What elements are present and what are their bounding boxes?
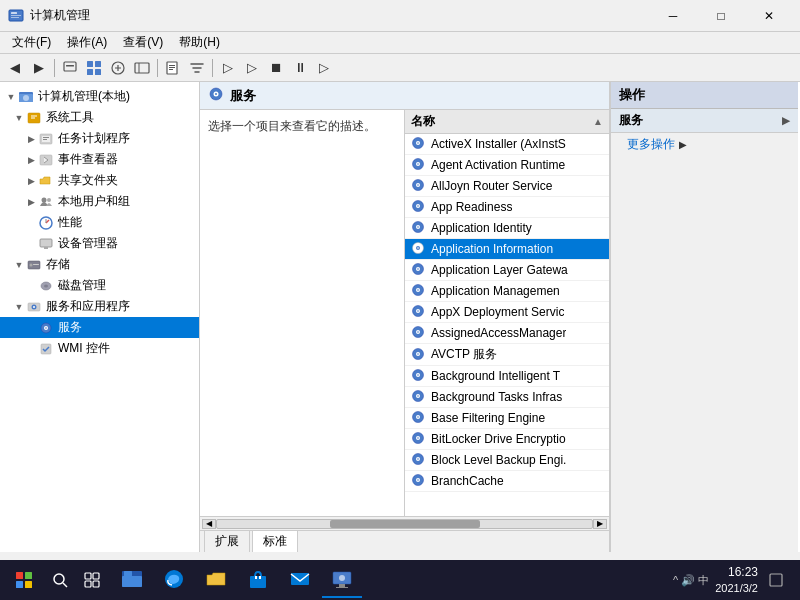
svg-point-37 xyxy=(33,306,35,308)
service-row[interactable]: App Readiness xyxy=(405,197,609,218)
taskbar-app-compmgmt[interactable] xyxy=(322,562,362,598)
scroll-left-btn[interactable]: ◀ xyxy=(202,519,216,529)
tree-local-users[interactable]: ▶ 本地用户和组 xyxy=(0,191,199,212)
toolbar-up[interactable] xyxy=(59,57,81,79)
service-row[interactable]: BitLocker Drive Encryptio xyxy=(405,429,609,450)
services-label: 服务 xyxy=(58,319,82,336)
svg-point-26 xyxy=(47,198,51,202)
svg-point-62 xyxy=(417,247,419,249)
actions-header: 操作 xyxy=(611,82,798,109)
wmi-expand-icon xyxy=(24,342,38,356)
service-row-icon xyxy=(411,368,427,384)
service-row[interactable]: Application Identity xyxy=(405,218,609,239)
svg-rect-28 xyxy=(40,239,52,247)
toolbar-export[interactable] xyxy=(162,57,184,79)
tree-disk-mgr[interactable]: 磁盘管理 xyxy=(0,275,199,296)
system-tray-icons[interactable]: ^ 🔊 中 xyxy=(673,573,709,588)
toolbar-forward[interactable]: ▶ xyxy=(28,57,50,79)
horizontal-scrollbar[interactable] xyxy=(216,519,593,529)
services-icon xyxy=(38,320,54,336)
svg-rect-6 xyxy=(87,61,93,67)
notification-button[interactable] xyxy=(764,568,788,592)
tree-sys-tools[interactable]: ▼ 系统工具 xyxy=(0,107,199,128)
menu-view[interactable]: 查看(V) xyxy=(115,32,171,53)
device-icon xyxy=(38,236,54,252)
tree-services-apps[interactable]: ▼ 服务和应用程序 xyxy=(0,296,199,317)
actions-subheader: 服务 ▶ xyxy=(611,109,798,133)
maximize-button[interactable]: □ xyxy=(698,1,744,31)
service-row[interactable]: ActiveX Installer (AxInstS xyxy=(405,134,609,155)
service-row[interactable]: AllJoyn Router Service xyxy=(405,176,609,197)
toolbar-btn2[interactable] xyxy=(83,57,105,79)
menu-help[interactable]: 帮助(H) xyxy=(171,32,228,53)
taskbar-time: 16:23 xyxy=(715,564,758,581)
task-view-button[interactable] xyxy=(76,564,108,596)
toolbar-play3[interactable]: ▷ xyxy=(313,57,335,79)
tree-event-viewer[interactable]: ▶ 事件查看器 xyxy=(0,149,199,170)
svg-point-86 xyxy=(417,416,419,418)
service-row[interactable]: BranchCache xyxy=(405,471,609,492)
more-actions-arrow: ▶ xyxy=(679,139,687,150)
tab-expand[interactable]: 扩展 xyxy=(204,530,250,552)
service-row[interactable]: Background Tasks Infras xyxy=(405,387,609,408)
tree-storage[interactable]: ▼ 存储 xyxy=(0,254,199,275)
wmi-icon xyxy=(38,341,54,357)
tree-shared-folders[interactable]: ▶ 共享文件夹 xyxy=(0,170,199,191)
taskbar-app-edge[interactable] xyxy=(154,562,194,598)
taskbar-app-explorer[interactable] xyxy=(112,562,152,598)
service-row[interactable]: Base Filtering Engine xyxy=(405,408,609,429)
svg-point-59 xyxy=(417,226,419,228)
service-row[interactable]: Application Information xyxy=(405,239,609,260)
tab-standard-label: 标准 xyxy=(263,534,287,548)
tree-device-mgr[interactable]: 设备管理器 xyxy=(0,233,199,254)
svg-rect-5 xyxy=(66,65,74,67)
toolbar-btn4[interactable] xyxy=(131,57,153,79)
svg-rect-107 xyxy=(122,576,142,587)
services-list[interactable]: 名称 ▲ ActiveX Installer (AxInstS Agent Ac… xyxy=(405,110,609,516)
more-actions-item[interactable]: 更多操作 ▶ xyxy=(611,133,798,156)
service-row-name: App Readiness xyxy=(431,200,512,214)
taskbar-clock[interactable]: 16:23 2021/3/2 xyxy=(715,564,758,596)
service-row[interactable]: AppX Deployment Servic xyxy=(405,302,609,323)
taskbar-app-files[interactable] xyxy=(196,562,236,598)
svg-rect-97 xyxy=(25,572,32,579)
svg-point-100 xyxy=(54,574,64,584)
svg-point-47 xyxy=(417,142,419,144)
toolbar-pause[interactable]: ⏸ xyxy=(289,57,311,79)
menu-action[interactable]: 操作(A) xyxy=(59,32,115,53)
service-row[interactable]: Agent Activation Runtime xyxy=(405,155,609,176)
tab-standard[interactable]: 标准 xyxy=(252,530,298,552)
service-row-name: AppX Deployment Servic xyxy=(431,305,564,319)
service-row[interactable]: AssignedAccessManager xyxy=(405,323,609,344)
horizontal-scrollbar-area[interactable]: ◀ ▶ xyxy=(200,516,609,530)
toolbar-filter[interactable] xyxy=(186,57,208,79)
service-row[interactable]: AVCTP 服务 xyxy=(405,344,609,366)
close-button[interactable]: ✕ xyxy=(746,1,792,31)
scrollbar-thumb[interactable] xyxy=(330,520,480,528)
scroll-right-btn[interactable]: ▶ xyxy=(593,519,607,529)
tree-task-sched[interactable]: ▶ 任务计划程序 xyxy=(0,128,199,149)
taskbar-search-button[interactable] xyxy=(44,564,76,596)
tree-performance[interactable]: 性能 xyxy=(0,212,199,233)
toolbar-play[interactable]: ▷ xyxy=(217,57,239,79)
service-row-name: Background Tasks Infras xyxy=(431,390,562,404)
tree-wmi[interactable]: WMI 控件 xyxy=(0,338,199,359)
menu-file[interactable]: 文件(F) xyxy=(4,32,59,53)
service-row[interactable]: Application Layer Gatewa xyxy=(405,260,609,281)
start-button[interactable] xyxy=(4,562,44,598)
service-row[interactable]: Block Level Backup Engi. xyxy=(405,450,609,471)
toolbar-play2[interactable]: ▷ xyxy=(241,57,263,79)
taskbar-app-mail[interactable] xyxy=(280,562,320,598)
tree-services[interactable]: 服务 xyxy=(0,317,199,338)
toolbar-back[interactable]: ◀ xyxy=(4,57,26,79)
minimize-button[interactable]: ─ xyxy=(650,1,696,31)
tree-root[interactable]: ▼ 计算机管理(本地) xyxy=(0,86,199,107)
toolbar-btn3[interactable] xyxy=(107,57,129,79)
service-row[interactable]: Application Managemen xyxy=(405,281,609,302)
svg-point-92 xyxy=(417,458,419,460)
service-row[interactable]: Background Intelligent T xyxy=(405,366,609,387)
toolbar-stop[interactable]: ⏹ xyxy=(265,57,287,79)
middle-content-area: 选择一个项目来查看它的描述。 名称 ▲ ActiveX Installer (A… xyxy=(200,110,609,516)
taskbar-app-store[interactable] xyxy=(238,562,278,598)
service-row-icon xyxy=(411,304,427,320)
